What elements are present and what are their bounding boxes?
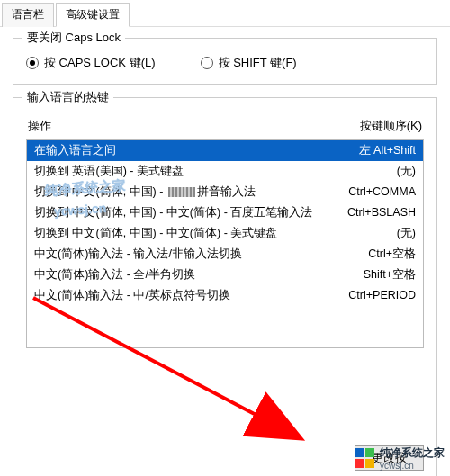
- radio-dot-icon: [26, 57, 39, 69]
- row-action: 中文(简体)输入法 - 中/英标点符号切换: [34, 287, 230, 304]
- hotkey-header: 操作 按键顺序(K): [26, 118, 424, 139]
- row-action: 中文(简体)输入法 - 全/半角切换: [34, 266, 195, 283]
- row-keys: Shift+空格: [364, 266, 416, 283]
- row-action: 切换到 英语(美国) - 美式键盘: [34, 163, 184, 180]
- radio-shift-label: 按 SHIFT 键(F): [219, 55, 297, 71]
- row-action: 切换到 中文(简体, 中国) - 中文(简体) - 美式键盘: [34, 225, 277, 242]
- col-action: 操作: [28, 118, 51, 134]
- hotkey-list[interactable]: 在输入语言之间左 Alt+Shift切换到 英语(美国) - 美式键盘(无)切换…: [26, 139, 424, 348]
- row-action: 在输入语言之间: [34, 142, 116, 159]
- row-keys: Ctrl+PERIOD: [348, 287, 416, 304]
- hotkey-group-title: 输入语言的热键: [22, 89, 113, 105]
- table-row[interactable]: 切换到 中文(简体, 中国) - 拼音输入法Ctrl+COMMA: [27, 182, 423, 202]
- radio-shift[interactable]: 按 SHIFT 键(F): [201, 55, 297, 71]
- change-key-sequence-button[interactable]: 更改按: [355, 445, 424, 471]
- col-keys: 按键顺序(K): [360, 118, 422, 134]
- radio-caps-label: 按 CAPS LOCK 键(L): [44, 55, 156, 71]
- tab-bar: 语言栏 高级键设置: [0, 0, 450, 27]
- row-keys: Ctrl+BSLASH: [347, 204, 416, 221]
- hotkey-group: 输入语言的热键 操作 按键顺序(K) 在输入语言之间左 Alt+Shift切换到…: [13, 97, 437, 476]
- row-keys: Ctrl+COMMA: [348, 184, 416, 201]
- table-row[interactable]: 切换到 英语(美国) - 美式键盘(无): [27, 161, 423, 182]
- obscured-text-icon: [168, 187, 195, 197]
- row-keys: Ctrl+空格: [368, 246, 416, 263]
- tab-pane: 要关闭 Caps Lock 按 CAPS LOCK 键(L) 按 SHIFT 键…: [0, 27, 450, 476]
- row-keys: (无): [397, 225, 416, 242]
- table-row[interactable]: 在输入语言之间左 Alt+Shift: [27, 140, 423, 161]
- tab-advanced-keys[interactable]: 高级键设置: [56, 3, 130, 27]
- row-action: 中文(简体)输入法 - 输入法/非输入法切换: [34, 246, 242, 263]
- table-row[interactable]: 中文(简体)输入法 - 中/英标点符号切换Ctrl+PERIOD: [27, 285, 423, 306]
- table-row[interactable]: 切换到 中文(简体, 中国) - 中文(简体) - 美式键盘(无): [27, 223, 423, 244]
- table-row[interactable]: 中文(简体)输入法 - 全/半角切换Shift+空格: [27, 265, 423, 285]
- radio-caps-lock[interactable]: 按 CAPS LOCK 键(L): [26, 55, 156, 71]
- row-action: 切换到 中文(简体, 中国) - 拼音输入法: [34, 184, 256, 201]
- row-action: 切换到 中文(简体, 中国) - 中文(简体) - 百度五笔输入法: [34, 204, 312, 221]
- capslock-group: 要关闭 Caps Lock 按 CAPS LOCK 键(L) 按 SHIFT 键…: [13, 38, 437, 85]
- radio-dot-icon: [201, 57, 213, 69]
- row-keys: (无): [397, 163, 416, 180]
- capslock-group-title: 要关闭 Caps Lock: [22, 30, 125, 46]
- table-row[interactable]: 切换到 中文(简体, 中国) - 中文(简体) - 百度五笔输入法Ctrl+BS…: [27, 202, 423, 223]
- tab-language-bar[interactable]: 语言栏: [2, 3, 54, 27]
- table-row[interactable]: 中文(简体)输入法 - 输入法/非输入法切换Ctrl+空格: [27, 244, 423, 265]
- row-keys: 左 Alt+Shift: [359, 142, 416, 159]
